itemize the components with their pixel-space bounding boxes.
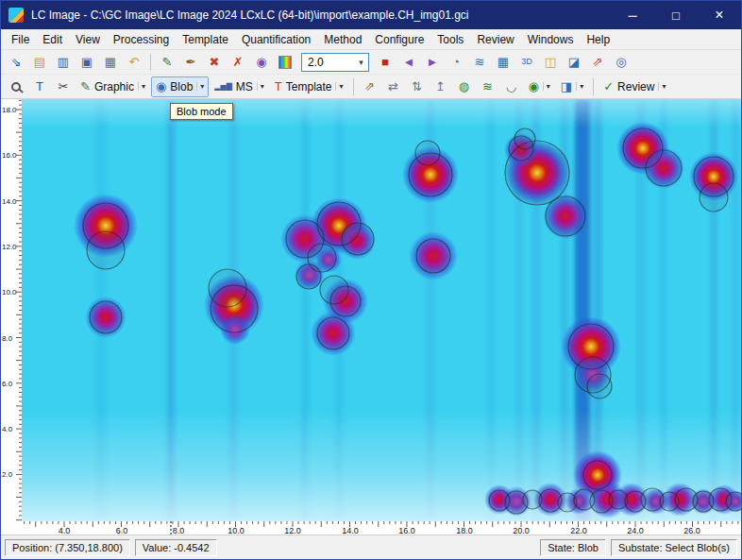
zoom-tool-icon[interactable] (5, 76, 27, 97)
menu-template[interactable]: Template (176, 30, 235, 49)
delete-icon: ✖ (210, 56, 220, 68)
export-blobs-icon[interactable]: ⇗ (359, 76, 381, 97)
chevron-down-icon[interactable]: ▾ (576, 82, 583, 91)
detect-blobs-icon[interactable]: ◉ (250, 52, 273, 73)
chevron-down-icon[interactable]: ▾ (658, 82, 666, 91)
smoothing-icon[interactable]: ≋ (477, 76, 499, 97)
blob-transfer-icon: ⇅ (412, 80, 422, 93)
import-icon[interactable]: ⇘ (5, 52, 27, 73)
blob-selection-circle[interactable] (296, 264, 321, 289)
canvas-row: 18.016.014.012.010.08.06.04.02.0 (1, 99, 741, 521)
delete-icon[interactable]: ✖ (203, 52, 226, 73)
edit-graphics-icon[interactable]: ✎ (156, 52, 178, 73)
menu-tools[interactable]: Tools (430, 30, 470, 49)
minimize-button[interactable]: ─ (611, 1, 654, 29)
blob-selection-circle[interactable] (514, 128, 535, 149)
menu-review[interactable]: Review (470, 30, 520, 49)
chevron-down-icon[interactable]: ▾ (335, 82, 343, 91)
blob-transfer-icon[interactable]: ⇅ (406, 76, 429, 97)
blob-selection-circle[interactable] (646, 150, 682, 186)
chevron-down-icon[interactable]: ▾ (257, 82, 264, 91)
blob-selection-circle[interactable] (583, 461, 612, 489)
text-tool-icon: T (36, 80, 43, 93)
blob-selection-circle[interactable] (342, 223, 374, 255)
menu-processing[interactable]: Processing (107, 30, 176, 49)
detect-blobs-icon: ◉ (256, 56, 266, 68)
svg-text:10.0: 10.0 (228, 526, 245, 535)
data-values-icon[interactable]: ▦ (492, 52, 514, 73)
menu-method[interactable]: Method (317, 30, 368, 49)
analysis-dropdown[interactable]: ◉▾ (524, 76, 555, 97)
chevron-down-icon[interactable]: ▾ (543, 82, 550, 91)
close-button[interactable]: × (698, 1, 741, 29)
menu-windows[interactable]: Windows (521, 30, 581, 49)
find-icon[interactable]: ◎ (610, 52, 632, 73)
text-tool-icon[interactable]: T (28, 76, 51, 97)
cut-tool-icon[interactable]: ✂ (52, 76, 75, 97)
marker-icon[interactable]: ✒ (179, 52, 202, 73)
blob-selection-circle[interactable] (700, 183, 728, 212)
prev-icon[interactable]: ◄ (397, 52, 420, 73)
svg-text:8.0: 8.0 (173, 526, 185, 535)
overlay-dropdown[interactable]: ◨▾ (556, 76, 588, 97)
stop-icon[interactable]: ■ (374, 52, 396, 73)
chart-icon[interactable]: ◪ (563, 52, 585, 73)
chromatogram-canvas[interactable] (22, 99, 741, 521)
svg-text:16.0: 16.0 (398, 526, 415, 535)
graphic-dropdown[interactable]: ✎Graphic▾ (76, 76, 150, 97)
baseline-icon[interactable]: ◡ (500, 76, 523, 97)
blob-dropdown[interactable]: ◉Blob▾ (151, 76, 209, 97)
export-icon[interactable]: ⇗ (586, 52, 609, 73)
menu-configure[interactable]: Configure (368, 30, 430, 49)
ms-dropdown[interactable]: ▂▅▇MS▾ (210, 76, 268, 97)
save-icon[interactable]: ▣ (76, 52, 98, 73)
toolbar-main: ⇘▤▥▣▦↶✎✒✖✗◉2.0▾■◄►◔≋▦3D◫◪⇗◎ (1, 50, 741, 75)
blob-selection-circle[interactable] (416, 239, 450, 273)
import-icon: ⇘ (11, 56, 22, 68)
chevron-down-icon[interactable]: ▾ (354, 58, 368, 67)
blob-selection-circle[interactable] (90, 301, 122, 333)
print-icon[interactable]: ▦ (99, 52, 122, 73)
menu-quantification[interactable]: Quantification (235, 30, 317, 49)
blob-compare-icon[interactable]: ⇄ (382, 76, 405, 97)
blob-selection-circle[interactable] (211, 285, 258, 332)
blob-selection-circle[interactable] (726, 492, 741, 511)
image-plot[interactable] (22, 99, 741, 521)
menu-view[interactable]: View (69, 30, 107, 49)
blob-selection-circle[interactable] (87, 231, 125, 269)
blob-selection-circle[interactable] (415, 141, 440, 165)
blob-selection-circle[interactable] (505, 141, 569, 205)
main-area: 18.016.014.012.010.08.06.04.02.0 4.06.08… (1, 99, 741, 535)
blob-selection-circle[interactable] (546, 196, 585, 236)
chevron-down-icon[interactable]: ▾ (138, 82, 145, 91)
menu-edit[interactable]: Edit (36, 30, 69, 49)
menu-help[interactable]: Help (580, 30, 616, 49)
template-dropdown[interactable]: TTemplate▾ (270, 76, 348, 97)
cbc-globe-icon[interactable]: ◍ (453, 76, 476, 97)
zoom-combo[interactable]: 2.0▾ (301, 53, 369, 72)
undo-icon[interactable]: ↶ (123, 52, 145, 73)
colormap-icon[interactable] (274, 52, 296, 73)
chromatogram-plot-icon[interactable]: ≋ (468, 52, 491, 73)
menu-file[interactable]: File (5, 30, 36, 49)
3d-view-icon[interactable]: 3D (515, 52, 538, 73)
blob-mode-tooltip: Blob mode (170, 103, 233, 120)
y-ruler: 18.016.014.012.010.08.06.04.02.0 (1, 99, 22, 521)
title-bar[interactable]: LC Image - C:\GC Image\LC Image 2024 LCx… (1, 1, 741, 29)
zoom-tool-icon (11, 82, 21, 92)
blob-selection-circle[interactable] (330, 286, 361, 316)
delete-all-icon[interactable]: ✗ (227, 52, 249, 73)
zoom-region-icon[interactable]: ◔ (445, 52, 467, 73)
save-as-icon[interactable]: ▥ (52, 52, 75, 73)
next-icon[interactable]: ► (421, 52, 444, 73)
review-check-icon: ✓ (603, 80, 614, 93)
open-icon[interactable]: ▤ (28, 52, 51, 73)
blob-upload-icon[interactable]: ↥ (430, 76, 452, 97)
duplicate-window-icon[interactable]: ◫ (539, 52, 562, 73)
blob-selection-circle[interactable] (587, 374, 612, 399)
maximize-button[interactable]: □ (654, 1, 698, 29)
blob-selection-circle[interactable] (317, 317, 349, 349)
review-dropdown[interactable]: ✓Review▾ (599, 76, 670, 97)
export-icon: ⇗ (593, 56, 603, 68)
chevron-down-icon[interactable]: ▾ (196, 82, 204, 91)
